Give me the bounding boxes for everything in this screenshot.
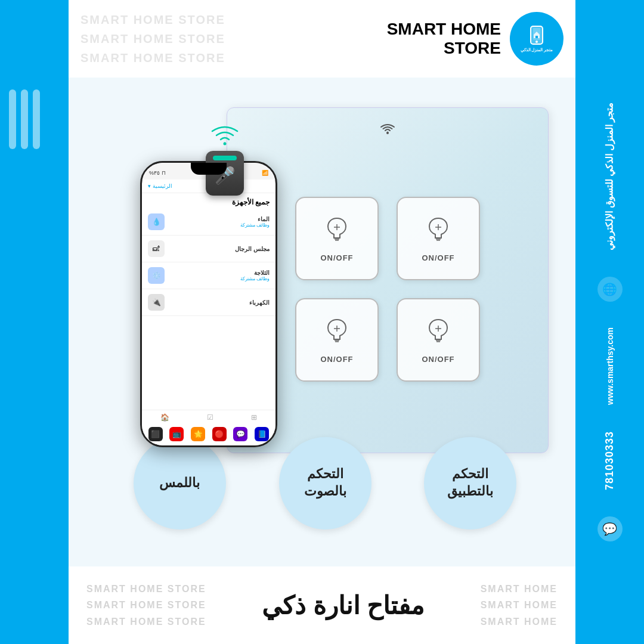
item-text-elec: الكهرباء bbox=[169, 299, 270, 306]
globe-icon: 🌐 bbox=[597, 277, 623, 302]
phone-notch bbox=[191, 163, 227, 175]
stripe-3 bbox=[33, 89, 40, 149]
item-name-elec: الكهرباء bbox=[169, 299, 270, 306]
item-icon-elec: 🔌 bbox=[148, 294, 165, 311]
item-name-majlis: مجلس الرجال bbox=[169, 246, 270, 252]
stripe-1 bbox=[9, 89, 16, 149]
app-2[interactable]: 📺 bbox=[169, 427, 184, 441]
voice-device: 🎤 bbox=[206, 125, 244, 196]
item-icon-water: 💧 bbox=[148, 213, 165, 230]
app-icons-row: ⬛ 📺 🌟 🔴 💬 📘 bbox=[142, 425, 275, 443]
app-5[interactable]: 💬 bbox=[233, 427, 247, 441]
switch-4[interactable]: ON/OFF bbox=[397, 298, 480, 382]
bulb-icon-2 bbox=[426, 215, 450, 247]
phone-mockup-container: 🎤 %٣٥ ⊓ 📶 الرئيسية ▾ جميع الأجهزة bbox=[140, 161, 277, 447]
item-sub-water: وظائف مشتركة bbox=[169, 222, 270, 228]
footer-wm-r1: SMART HOME bbox=[481, 581, 558, 597]
feature-voice-label: التحكمبالصوت bbox=[304, 466, 346, 500]
switch-1[interactable]: ON/OFF bbox=[295, 197, 379, 280]
svg-point-4 bbox=[386, 132, 389, 134]
home-tab-icon[interactable]: 🏠 bbox=[160, 413, 169, 422]
footer: SMART HOME STORE SMART HOME STORE SMART … bbox=[69, 566, 575, 644]
product-title: مفتاح انارة ذكي bbox=[206, 591, 481, 620]
app-4[interactable]: 🔴 bbox=[212, 427, 227, 441]
page: SMART HOME STORE SMART HOME STORE SMART … bbox=[0, 0, 644, 644]
switch-2[interactable]: ON/OFF bbox=[397, 197, 480, 280]
speaker-top-light bbox=[213, 156, 237, 160]
brand-logo: متجر المنزل الذكي bbox=[510, 12, 564, 66]
footer-wm-l1: SMART HOME STORE bbox=[86, 581, 206, 597]
main-content: ON/OFF O bbox=[69, 78, 575, 566]
item-name-water: الماء bbox=[169, 216, 270, 222]
feature-app: التحكمبالتطبيق bbox=[424, 437, 516, 530]
footer-watermark-right: SMART HOME SMART HOME SMART HOME bbox=[481, 581, 558, 630]
sidebar-website: www.smarthsy.com bbox=[605, 327, 615, 405]
battery-status: %٣٥ ⊓ bbox=[149, 170, 166, 176]
feature-touch-label: باللمس bbox=[159, 475, 200, 492]
feature-touch: باللمس bbox=[134, 437, 226, 530]
phone-screen: %٣٥ ⊓ 📶 الرئيسية ▾ جميع الأجهزة الماء وظ… bbox=[142, 163, 275, 445]
grid-tab-icon[interactable]: ⊞ bbox=[251, 413, 257, 422]
item-sub-fridge: وظائف مشتركة bbox=[169, 276, 270, 281]
sidebar-phone: 781030333 bbox=[603, 431, 616, 490]
sidebar-tagline: متجر المنزل الذكي للتسوق الإلكتروني bbox=[603, 103, 616, 250]
wifi-waves-icon bbox=[210, 125, 240, 150]
item-text-water: الماء وظائف مشتركة bbox=[169, 216, 270, 228]
feature-voice: التحكمبالصوت bbox=[279, 437, 371, 530]
stripe-2 bbox=[21, 89, 28, 149]
footer-wm-r3: SMART HOME bbox=[481, 614, 558, 630]
app-6[interactable]: 📘 bbox=[255, 427, 269, 441]
wifi-icon bbox=[379, 123, 396, 138]
app-1[interactable]: ⬛ bbox=[148, 427, 163, 441]
bulb-icon-3 bbox=[325, 317, 349, 349]
switch-grid: ON/OFF O bbox=[295, 197, 480, 382]
footer-wm-r2: SMART HOME bbox=[481, 597, 558, 613]
footer-wm-l2: SMART HOME STORE bbox=[86, 597, 206, 613]
bottom-icons: 🏠 ☑ ⊞ bbox=[142, 410, 275, 425]
signal-icon: 📶 bbox=[262, 170, 268, 176]
bulb-icon-4 bbox=[426, 317, 450, 349]
phone-frame: %٣٥ ⊓ 📶 الرئيسية ▾ جميع الأجهزة الماء وظ… bbox=[140, 161, 277, 447]
list-item-fridge[interactable]: الثلاجة وظائف مشتركة ❄️ bbox=[142, 262, 275, 289]
watermark-line-3: SMART HOME STORE bbox=[80, 48, 225, 67]
header: SMART HOME STORE SMART HOME STORE SMART … bbox=[69, 0, 575, 78]
item-icon-fridge: ❄️ bbox=[148, 267, 165, 284]
phone-bottom-nav: 🏠 ☑ ⊞ ⬛ 📺 🌟 🔴 💬 📘 bbox=[142, 410, 275, 445]
list-item-water[interactable]: الماء وظائف مشتركة 💧 bbox=[142, 209, 275, 236]
feature-circles: باللمس التحكمبالصوت التحكمبالتطبيق bbox=[75, 435, 575, 531]
whatsapp-icon: 💬 bbox=[597, 516, 623, 541]
switch-label-2: ON/OFF bbox=[422, 253, 454, 262]
left-bg bbox=[0, 0, 69, 644]
list-item-majlis[interactable]: مجلس الرجال 🛋 bbox=[142, 236, 275, 262]
svg-point-2 bbox=[535, 41, 538, 43]
logo-text: متجر المنزل الذكي bbox=[521, 48, 553, 52]
switch-label-3: ON/OFF bbox=[320, 355, 353, 364]
feature-app-label: التحكمبالتطبيق bbox=[447, 466, 493, 500]
list-item-elec[interactable]: الكهرباء 🔌 bbox=[142, 289, 275, 316]
app-3[interactable]: 🌟 bbox=[191, 427, 205, 441]
tasks-tab-icon[interactable]: ☑ bbox=[207, 413, 213, 422]
item-name-fridge: الثلاجة bbox=[169, 270, 270, 276]
footer-watermark-left: SMART HOME STORE SMART HOME STORE SMART … bbox=[86, 581, 206, 630]
right-sidebar: متجر المنزل الذكي للتسوق الإلكتروني 🌐 ww… bbox=[575, 78, 644, 566]
switch-label-1: ON/OFF bbox=[320, 253, 353, 262]
header-watermark: SMART HOME STORE SMART HOME STORE SMART … bbox=[80, 10, 225, 67]
item-text-majlis: مجلس الرجال bbox=[169, 246, 270, 252]
item-icon-majlis: 🛋 bbox=[148, 240, 165, 257]
switch-label-4: ON/OFF bbox=[422, 355, 454, 364]
footer-wm-l3: SMART HOME STORE bbox=[86, 614, 206, 630]
watermark-line-1: SMART HOME STORE bbox=[80, 10, 225, 29]
watermark-line-2: SMART HOME STORE bbox=[80, 29, 225, 48]
item-text-fridge: الثلاجة وظائف مشتركة bbox=[169, 270, 270, 281]
bulb-icon-1 bbox=[325, 215, 349, 247]
switch-3[interactable]: ON/OFF bbox=[295, 298, 379, 382]
svg-point-25 bbox=[224, 143, 227, 145]
sidebar-icons: 🌐 bbox=[597, 277, 623, 302]
header-right: SMART HOME STORE bbox=[387, 12, 564, 66]
phone-home-nav[interactable]: الرئيسية ▾ bbox=[148, 183, 172, 189]
brand-title: SMART HOME STORE bbox=[387, 20, 501, 58]
svg-rect-3 bbox=[535, 36, 538, 38]
